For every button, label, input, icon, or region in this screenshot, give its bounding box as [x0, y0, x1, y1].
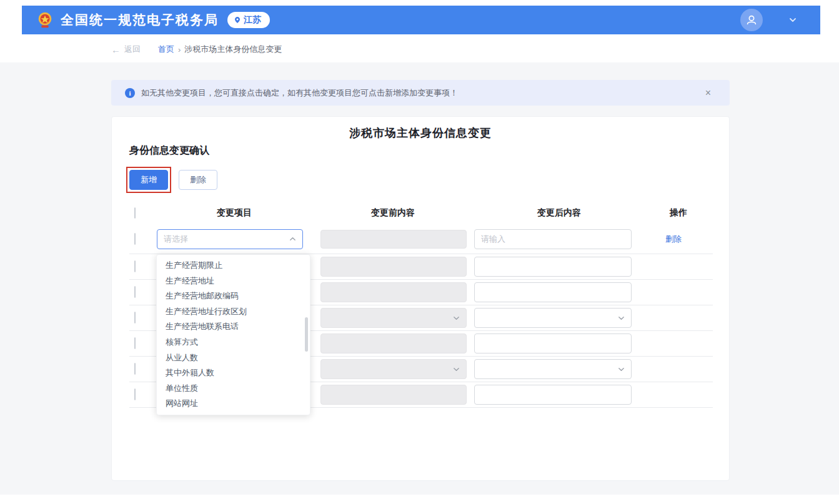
after-content-input-wrap — [474, 385, 632, 405]
before-content-field-disabled — [320, 334, 467, 353]
row-checkbox[interactable] — [134, 388, 136, 400]
dropdown-option[interactable]: 其中外籍人数 — [157, 365, 310, 381]
after-content-input[interactable] — [481, 288, 625, 297]
section-title: 身份信息变更确认 — [129, 144, 209, 157]
breadcrumb-home-link[interactable]: 首页 — [158, 44, 174, 55]
location-pin-icon — [234, 16, 241, 24]
table-header-row: 变更项目 变更前内容 变更后内容 操作 — [129, 202, 713, 224]
add-button[interactable]: 新增 — [129, 170, 168, 190]
dropdown-option[interactable]: 网站网址 — [157, 396, 310, 412]
dropdown-option[interactable]: 生产经营地邮政编码 — [157, 289, 310, 304]
before-content-field-disabled — [320, 385, 467, 405]
before-content-field-disabled — [320, 230, 467, 249]
back-arrow-icon: ← — [111, 44, 121, 55]
user-avatar[interactable] — [740, 9, 763, 31]
page: 全国统一规范电子税务局 江苏 ← 返回 首页 › 涉税市场主 — [0, 0, 839, 504]
delete-button[interactable]: 删除 — [179, 170, 217, 190]
table-row-active: 请选择 删除 — [129, 224, 713, 254]
dropdown-option[interactable]: 生产经营期限止 — [157, 258, 310, 274]
breadcrumb: ← 返回 首页 › 涉税市场主体身份信息变更 — [111, 39, 282, 60]
annotation-box-add: 新增 — [126, 167, 171, 193]
dropdown-option[interactable]: 核算方式 — [157, 335, 310, 350]
before-content-field-disabled — [320, 257, 467, 277]
page-title: 涉税市场主体身份信息变更 — [112, 126, 729, 141]
after-content-select[interactable] — [474, 359, 632, 379]
after-content-input[interactable] — [481, 234, 625, 244]
before-content-select-disabled — [320, 308, 467, 328]
after-content-input-wrap — [474, 229, 632, 249]
before-content-select-disabled — [320, 359, 467, 379]
caret-down-icon — [453, 315, 460, 322]
info-banner-text: 如无其他变更项目，您可直接点击确定，如有其他变更项目您可点击新增添加变更事项！ — [141, 87, 458, 99]
select-all-checkbox[interactable] — [134, 207, 136, 219]
top-header-bar: 全国统一规范电子税务局 江苏 — [22, 6, 820, 34]
after-content-select[interactable] — [474, 308, 632, 328]
row-checkbox[interactable] — [134, 260, 136, 272]
caret-up-icon — [289, 235, 296, 242]
back-button[interactable]: ← 返回 — [111, 44, 141, 55]
after-content-input[interactable] — [481, 390, 625, 400]
after-content-input-wrap — [474, 334, 632, 353]
after-content-input-wrap — [474, 257, 632, 277]
row-checkbox[interactable] — [134, 312, 136, 324]
dropdown-option[interactable]: 单位性质 — [157, 381, 310, 397]
row-delete-link[interactable]: 删除 — [665, 234, 682, 244]
caret-down-icon — [618, 366, 625, 373]
row-checkbox[interactable] — [134, 337, 136, 349]
app-title: 全国统一规范电子税务局 — [61, 11, 219, 29]
region-badge-label: 江苏 — [244, 14, 261, 26]
user-icon — [745, 13, 758, 27]
col-header-after: 变更后内容 — [474, 207, 644, 219]
dropdown-scrollbar-thumb[interactable] — [305, 317, 308, 352]
change-item-select[interactable]: 请选择 — [157, 229, 303, 249]
breadcrumb-separator: › — [178, 45, 181, 54]
caret-down-icon — [453, 366, 460, 373]
dropdown-option[interactable]: 生产经营地址行政区划 — [157, 304, 310, 320]
tax-bureau-emblem-icon — [36, 11, 54, 29]
breadcrumb-current: 涉税市场主体身份信息变更 — [184, 44, 282, 55]
info-icon: i — [125, 88, 135, 98]
toolbar: 新增 删除 — [126, 167, 217, 193]
header-dropdown-chevron-icon[interactable] — [789, 16, 797, 24]
header-right-group — [740, 9, 797, 31]
col-header-before: 变更前内容 — [312, 207, 474, 219]
dropdown-option[interactable]: 生产经营地址 — [157, 274, 310, 289]
back-label: 返回 — [124, 44, 141, 55]
after-content-input-wrap — [474, 282, 632, 302]
col-header-action: 操作 — [644, 207, 713, 219]
change-item-dropdown: 生产经营期限止 生产经营地址 生产经营地邮政编码 生产经营地址行政区划 生产经营… — [156, 254, 310, 415]
dropdown-option[interactable]: 生产经营地联系电话 — [157, 319, 310, 335]
row-checkbox[interactable] — [134, 286, 136, 298]
col-header-change-item: 变更项目 — [157, 207, 312, 219]
dropdown-option[interactable]: 从业人数 — [157, 350, 310, 366]
region-badge[interactable]: 江苏 — [227, 12, 270, 28]
row-checkbox[interactable] — [134, 363, 136, 375]
select-placeholder: 请选择 — [164, 234, 188, 245]
caret-down-icon — [618, 315, 625, 322]
banner-close-icon[interactable]: × — [705, 88, 711, 98]
before-content-field-disabled — [320, 282, 467, 302]
after-content-input[interactable] — [481, 262, 625, 272]
info-banner: i 如无其他变更项目，您可直接点击确定，如有其他变更项目您可点击新增添加变更事项… — [111, 80, 730, 106]
after-content-input[interactable] — [481, 339, 625, 348]
row-checkbox[interactable] — [134, 233, 136, 245]
